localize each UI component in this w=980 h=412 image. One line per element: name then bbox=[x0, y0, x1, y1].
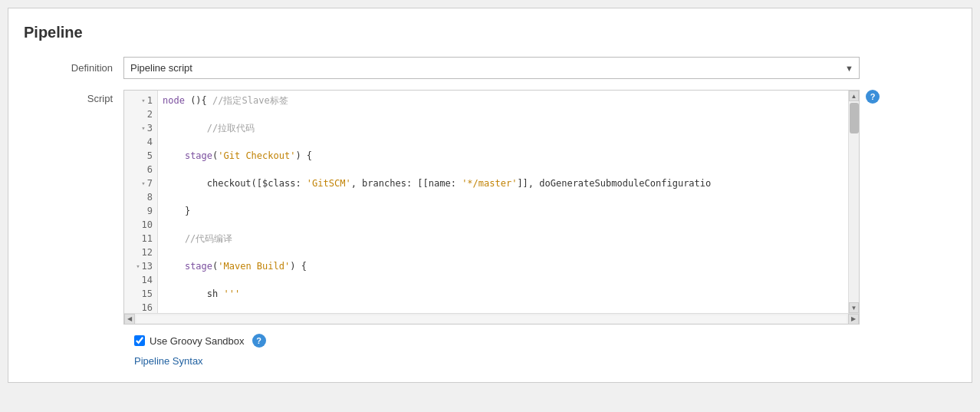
line-3: ▾3 bbox=[124, 121, 157, 135]
code-line-4: checkout([$class: 'GitSCM', branches: [[… bbox=[163, 176, 844, 190]
pipeline-section: Pipeline Definition Pipeline script Pipe… bbox=[8, 8, 972, 383]
pipeline-syntax-link[interactable]: Pipeline Syntax bbox=[134, 355, 203, 367]
script-row: Script ▾1 2 ▾3 4 5 6 ▾7 8 9 10 11 12 ▾13 bbox=[24, 90, 949, 325]
page-title: Pipeline bbox=[24, 24, 949, 41]
definition-label: Definition bbox=[24, 62, 123, 74]
line-13: ▾13 bbox=[124, 259, 157, 273]
fold-arrow-1: ▾ bbox=[141, 97, 145, 104]
code-editor[interactable]: ▾1 2 ▾3 4 5 6 ▾7 8 9 10 11 12 ▾13 14 15 … bbox=[124, 91, 859, 313]
line-10: 10 bbox=[124, 218, 157, 232]
pipeline-syntax-row: Pipeline Syntax bbox=[24, 355, 949, 367]
definition-row: Definition Pipeline script Pipeline scri… bbox=[24, 57, 949, 79]
line-12: 12 bbox=[124, 246, 157, 259]
script-help-icon[interactable]: ? bbox=[866, 90, 880, 104]
code-content[interactable]: node (){ //指定Slave标签 //拉取代码 stage('Git C… bbox=[158, 91, 848, 313]
line-numbers: ▾1 2 ▾3 4 5 6 ▾7 8 9 10 11 12 ▾13 14 15 … bbox=[124, 91, 158, 313]
fold-arrow-7: ▾ bbox=[141, 180, 145, 187]
code-line-5: } bbox=[163, 204, 844, 218]
fold-arrow-13: ▾ bbox=[136, 262, 140, 270]
code-line-6: //代码编译 bbox=[163, 232, 844, 246]
code-line-3: stage('Git Checkout') { bbox=[163, 149, 844, 163]
line-9: 9 bbox=[124, 204, 157, 218]
line-16: 16 bbox=[124, 301, 157, 313]
code-line-7: stage('Maven Build') { bbox=[163, 259, 844, 273]
groovy-sandbox-checkbox[interactable] bbox=[134, 335, 145, 346]
horizontal-scrollbar[interactable]: ◀ ▶ bbox=[124, 313, 859, 324]
code-editor-wrapper: ▾1 2 ▾3 4 5 6 ▾7 8 9 10 11 12 ▾13 14 15 … bbox=[123, 90, 860, 325]
scroll-right-button[interactable]: ▶ bbox=[848, 314, 859, 325]
code-line-8: sh ''' bbox=[163, 287, 844, 301]
scroll-up-button[interactable]: ▲ bbox=[849, 91, 859, 101]
line-1: ▾1 bbox=[124, 94, 157, 107]
groovy-sandbox-row: Use Groovy Sandbox ? bbox=[24, 334, 949, 348]
line-5: 5 bbox=[124, 149, 157, 163]
groovy-help-icon[interactable]: ? bbox=[252, 334, 266, 348]
line-7: ▾7 bbox=[124, 176, 157, 190]
vertical-scrollbar[interactable]: ▲ ▼ bbox=[848, 91, 859, 313]
line-15: 15 bbox=[124, 287, 157, 301]
scroll-down-button[interactable]: ▼ bbox=[849, 302, 859, 313]
line-14: 14 bbox=[124, 273, 157, 287]
scroll-left-button[interactable]: ◀ bbox=[124, 314, 135, 325]
script-label: Script bbox=[24, 90, 123, 104]
definition-select[interactable]: Pipeline script Pipeline script from SCM bbox=[123, 57, 860, 79]
code-line-1: node (){ //指定Slave标签 bbox=[163, 94, 844, 107]
scroll-thumb[interactable] bbox=[850, 103, 859, 133]
definition-select-wrapper: Pipeline script Pipeline script from SCM… bbox=[123, 57, 860, 79]
line-11: 11 bbox=[124, 232, 157, 246]
fold-arrow-3: ▾ bbox=[141, 124, 145, 132]
line-4: 4 bbox=[124, 135, 157, 149]
line-8: 8 bbox=[124, 190, 157, 204]
line-6: 6 bbox=[124, 163, 157, 176]
line-2: 2 bbox=[124, 107, 157, 121]
h-scroll-track bbox=[136, 315, 847, 323]
groovy-sandbox-label: Use Groovy Sandbox bbox=[150, 335, 245, 347]
code-line-2: //拉取代码 bbox=[163, 121, 844, 135]
